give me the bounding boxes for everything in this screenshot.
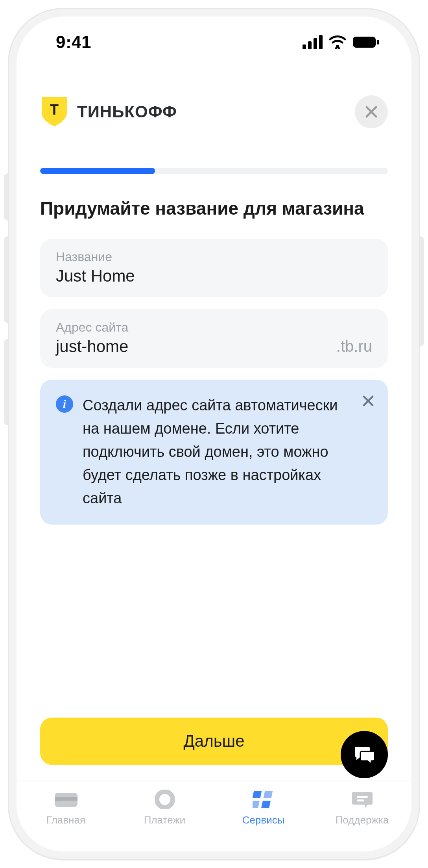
tab-label: Главная (46, 814, 85, 826)
store-name-field[interactable]: Название Just Home (40, 239, 388, 297)
close-icon (361, 394, 375, 408)
cellular-icon (303, 35, 323, 49)
svg-rect-5 (55, 797, 77, 801)
site-address-label: Адрес сайта (56, 320, 372, 335)
circle-icon (153, 790, 177, 809)
svg-rect-7 (357, 796, 368, 798)
tab-support[interactable]: Поддержка (313, 790, 411, 826)
site-address-field[interactable]: Адрес сайта just-home .tb.ru (40, 309, 388, 368)
close-icon (364, 105, 378, 119)
store-name-value: Just Home (56, 267, 372, 286)
info-banner: i Создали адрес сайта автоматически на н… (40, 380, 388, 525)
support-chat-icon (350, 790, 374, 809)
page-title: Придумайте название для магазина (17, 174, 411, 219)
card-icon (54, 790, 78, 809)
svg-rect-8 (357, 799, 364, 801)
tab-payments[interactable]: Платежи (115, 790, 214, 826)
chat-icon (352, 743, 376, 766)
store-name-label: Название (56, 250, 372, 264)
svg-point-6 (157, 792, 173, 807)
tab-home[interactable]: Главная (17, 790, 115, 826)
svg-point-0 (336, 45, 339, 48)
svg-rect-1 (353, 37, 376, 48)
tab-services[interactable]: Сервисы (214, 790, 313, 826)
app-header: T ТИНЬКОФФ (17, 68, 411, 144)
site-address-suffix: .tb.ru (336, 338, 372, 356)
info-icon: i (56, 395, 73, 413)
progress-fill (40, 168, 155, 174)
svg-text:T: T (50, 102, 59, 118)
brand: T ТИНЬКОФФ (40, 96, 177, 128)
tab-label: Поддержка (336, 814, 389, 826)
brand-name: ТИНЬКОФФ (77, 102, 177, 121)
tab-bar: Главная Платежи (17, 781, 411, 851)
battery-icon (352, 35, 380, 49)
info-dismiss-button[interactable] (361, 394, 375, 408)
wifi-icon (329, 35, 346, 49)
phone-frame: 9:41 T ТИНЬКОФФ (8, 8, 420, 860)
next-button[interactable]: Дальше (40, 718, 388, 765)
close-button[interactable] (355, 95, 388, 128)
screen: 9:41 T ТИНЬКОФФ (17, 17, 411, 851)
tab-label: Сервисы (242, 814, 285, 826)
status-time: 9:41 (56, 32, 91, 52)
grid-icon (251, 790, 276, 809)
brand-logo-icon: T (40, 96, 68, 128)
svg-rect-2 (377, 40, 379, 45)
footer: Дальше (17, 718, 411, 781)
chat-fab[interactable] (341, 731, 388, 778)
form: Название Just Home Адрес сайта just-home… (17, 219, 411, 718)
progress-bar (17, 144, 411, 174)
tab-label: Платежи (144, 814, 185, 826)
status-bar: 9:41 (17, 17, 411, 68)
site-address-value: just-home (56, 337, 128, 356)
status-icons (303, 35, 380, 49)
info-text: Создали адрес сайта автоматически на наш… (83, 394, 372, 510)
